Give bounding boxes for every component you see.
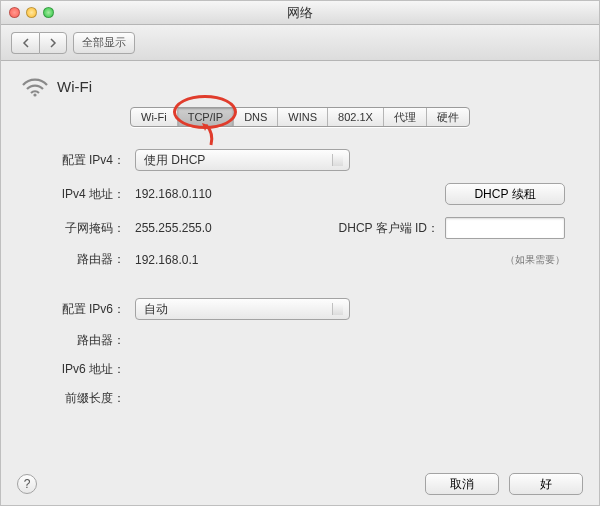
window-title: 网络 (1, 4, 599, 22)
content-area: Wi-Fi Wi-FiTCP/IPDNSWINS802.1X代理硬件 配置 IP… (1, 61, 599, 417)
tab-dns[interactable]: DNS (234, 108, 278, 126)
chevron-updown-icon: ▲▼ (334, 153, 341, 167)
ipv4-addr-label: IPv4 地址： (35, 186, 129, 203)
config-ipv4-value: 使用 DHCP (144, 152, 205, 169)
footer: ? 取消 好 (17, 473, 583, 495)
toolbar: 全部显示 (1, 25, 599, 61)
router6-label: 路由器： (35, 332, 129, 349)
tab-tcpip[interactable]: TCP/IP (178, 108, 234, 126)
ipv4-addr-value: 192.168.0.110 (135, 187, 369, 201)
tab-[interactable]: 代理 (384, 108, 427, 126)
back-button[interactable] (11, 32, 39, 54)
config-ipv4-label: 配置 IPv4： (35, 152, 129, 169)
wifi-icon (21, 75, 49, 97)
dhcp-hint: （如果需要） (375, 253, 565, 267)
tab-wifi[interactable]: Wi-Fi (131, 108, 178, 126)
network-prefs-window: 网络 全部显示 Wi-Fi Wi-FiTCP (0, 0, 600, 506)
tab-8021x[interactable]: 802.1X (328, 108, 384, 126)
subnet-value: 255.255.255.0 (135, 221, 369, 235)
ipv6-addr-label: IPv6 地址： (35, 361, 129, 378)
prefix-label: 前缀长度： (35, 390, 129, 407)
router-label: 路由器： (35, 251, 129, 268)
tab-bar: Wi-FiTCP/IPDNSWINS802.1X代理硬件 (19, 107, 581, 127)
navigation-arrows (11, 32, 67, 54)
dhcp-client-id-input[interactable] (445, 217, 565, 239)
tcpip-panel: 配置 IPv4： 使用 DHCP ▲▼ IPv4 地址： 192.168.0.1… (19, 135, 581, 407)
dhcp-client-id-label: DHCP 客户端 ID： (339, 220, 439, 237)
router-value: 192.168.0.1 (135, 253, 369, 267)
help-button[interactable]: ? (17, 474, 37, 494)
config-ipv6-label: 配置 IPv6： (35, 301, 129, 318)
subnet-label: 子网掩码： (35, 220, 129, 237)
cancel-button[interactable]: 取消 (425, 473, 499, 495)
service-name: Wi-Fi (57, 78, 92, 95)
titlebar: 网络 (1, 1, 599, 25)
ok-button[interactable]: 好 (509, 473, 583, 495)
dhcp-renew-button[interactable]: DHCP 续租 (445, 183, 565, 205)
tab-[interactable]: 硬件 (427, 108, 469, 126)
show-all-button[interactable]: 全部显示 (73, 32, 135, 54)
tab-wins[interactable]: WINS (278, 108, 328, 126)
chevron-updown-icon: ▲▼ (334, 302, 341, 316)
svg-point-0 (33, 93, 36, 96)
config-ipv6-value: 自动 (144, 301, 168, 318)
service-header: Wi-Fi (19, 71, 581, 109)
config-ipv4-select[interactable]: 使用 DHCP ▲▼ (135, 149, 350, 171)
config-ipv6-select[interactable]: 自动 ▲▼ (135, 298, 350, 320)
forward-button[interactable] (39, 32, 67, 54)
